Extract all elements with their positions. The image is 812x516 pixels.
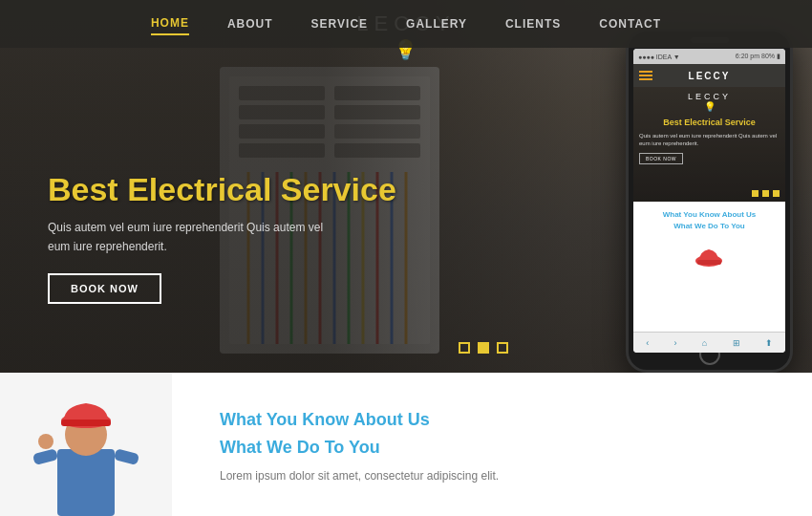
about-section: What You Know About Us What We Do To You… <box>0 373 812 516</box>
phone-screen: ●●●● IDEA ▼ 6:20 pm 80% ▮ LECCY <box>633 49 785 353</box>
phone-hero: LECCY 💡 Best Electrical Service Quis aut… <box>633 87 785 202</box>
svg-rect-28 <box>61 419 111 426</box>
phone-carrier: ●●●● IDEA ▼ <box>638 54 680 60</box>
nav-about[interactable]: ABOUT <box>227 13 273 34</box>
nav-clients[interactable]: CLIENTS <box>505 13 561 34</box>
phone-dots <box>752 190 780 197</box>
hero-pagination <box>459 342 508 354</box>
phone-hardhat-icon <box>693 242 726 275</box>
svg-point-31 <box>38 434 53 449</box>
phone-forward-icon[interactable]: › <box>673 338 676 348</box>
phone-time-battery: 6:20 pm 80% ▮ <box>736 53 780 60</box>
nav-contact[interactable]: CONTACT <box>599 13 661 34</box>
phone-frame: ●●●● IDEA ▼ 6:20 pm 80% ▮ LECCY <box>626 29 793 373</box>
phone-hero-overlay: LECCY 💡 Best Electrical Service Quis aut… <box>633 87 785 202</box>
phone-home-nav-icon[interactable]: ⌂ <box>702 338 707 348</box>
phone-navbar: LECCY <box>633 64 785 87</box>
nav-home[interactable]: HOME <box>151 12 189 35</box>
phone-about-title: What You Know About Us What We Do To You <box>663 209 757 232</box>
phone-lightbulb-icon: 💡 <box>704 101 716 112</box>
about-text-area: What You Know About Us What We Do To You… <box>191 373 812 516</box>
navbar: HOME ABOUT SERVICE GALLERY CLIENTS CONTA… <box>0 0 812 48</box>
phone-dot-3[interactable] <box>773 190 780 197</box>
phone-dot-2[interactable] <box>762 190 769 197</box>
svg-rect-25 <box>57 449 115 516</box>
phone-dot-1[interactable] <box>752 190 759 197</box>
phone-nav-title: LECCY <box>689 71 731 81</box>
phone-subtext: Quis autem vel eum iure reprehenderit Qu… <box>639 132 780 148</box>
phone-logo-text: LECCY <box>688 92 731 101</box>
hero-subtext: Quis autem vel eum iure reprehenderit Qu… <box>48 219 334 255</box>
phone-status-bar: ●●●● IDEA ▼ 6:20 pm 80% ▮ <box>633 49 785 64</box>
about-description: Lorem ipsum dolor sit amet, consectetur … <box>220 469 783 483</box>
hero-headline: Best Electrical Service <box>48 172 396 207</box>
worker-illustration <box>0 373 172 516</box>
dot-1[interactable] <box>459 342 470 354</box>
hero-content: Best Electrical Service Quis autem vel e… <box>48 67 396 304</box>
phone-back-icon[interactable]: ‹ <box>646 338 649 348</box>
dot-3[interactable] <box>497 342 508 354</box>
hero-section: LECCY 💡 Best Electrical Service Quis aut… <box>0 0 812 373</box>
phone-about-section: What You Know About Us What We Do To You <box>633 202 785 283</box>
svg-rect-23 <box>697 260 721 265</box>
phone-share-icon[interactable]: ⬆ <box>765 338 773 348</box>
phone-bookmarks-icon[interactable]: ⊞ <box>733 338 740 348</box>
about-title-line1: What You Know About Us <box>220 406 783 434</box>
phone-hamburger-icon[interactable] <box>639 71 652 80</box>
phone-bottom-bar: ‹ › ⌂ ⊞ ⬆ <box>633 332 785 353</box>
phone-mockup: ●●●● IDEA ▼ 6:20 pm 80% ▮ LECCY <box>626 29 793 373</box>
book-now-button[interactable]: BOOK NOW <box>48 273 161 304</box>
about-image-area <box>0 373 191 516</box>
dot-2[interactable] <box>478 342 489 354</box>
phone-book-button[interactable]: BOOK NOW <box>639 153 683 164</box>
nav-gallery[interactable]: GALLERY <box>406 13 467 34</box>
about-title-line2: What We Do To You <box>220 434 783 462</box>
nav-service[interactable]: SERVICE <box>311 13 368 34</box>
phone-headline: Best Electrical Service <box>663 118 756 128</box>
